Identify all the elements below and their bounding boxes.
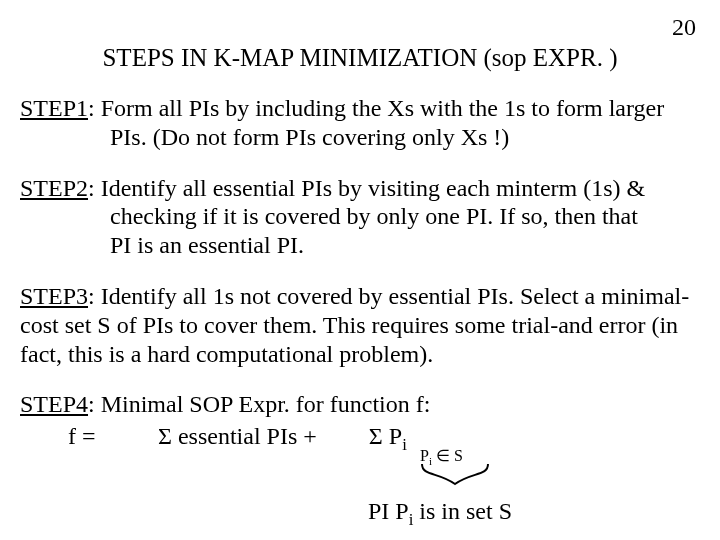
step-1-line1: : Form all PIs by including the Xs with …	[88, 95, 664, 121]
step-4-label: STEP4	[20, 391, 88, 417]
step-3-line2: cost set S of PIs to cover them. This re…	[20, 312, 678, 338]
curly-brace-icon	[420, 462, 490, 488]
step-2-label: STEP2	[20, 175, 88, 201]
step-3-line1: : Identify all 1s not covered by essenti…	[88, 283, 689, 309]
slide-page: 20 STEPS IN K-MAP MINIMIZATION (sop EXPR…	[0, 0, 720, 540]
step-2-line3: PI is an essential PI.	[20, 231, 700, 260]
formula-note: PI Pi is in set S	[20, 498, 700, 525]
page-number: 20	[672, 14, 696, 41]
formula-sigma-pi-text: Σ P	[369, 423, 402, 449]
formula-line: f = Σ essential PIs + Σ Pi	[20, 423, 700, 450]
page-title: STEPS IN K-MAP MINIMIZATION (sop EXPR. )	[60, 44, 660, 72]
step-2: STEP2: Identify all essential PIs by vis…	[20, 174, 700, 260]
step-1-line2: PIs. (Do not form PIs covering only Xs !…	[20, 123, 700, 152]
step-1: STEP1: Form all PIs by including the Xs …	[20, 94, 700, 152]
brace-wrap	[20, 462, 700, 496]
step-3-line3: fact, this is a hard computational probl…	[20, 341, 433, 367]
step-2-line1: : Identify all essential PIs by visiting…	[88, 175, 645, 201]
formula-f-equals: f =	[20, 423, 152, 450]
step-1-label: STEP1	[20, 95, 88, 121]
note-suffix: is in set S	[413, 498, 512, 524]
step-2-line2: checking if it is covered by only one PI…	[20, 202, 700, 231]
step-4-line1: : Minimal SOP Expr. for function f:	[88, 391, 430, 417]
step-4: STEP4: Minimal SOP Expr. for function f:	[20, 390, 700, 419]
formula-sigma-essential: Σ essential PIs +	[158, 423, 317, 449]
note-prefix: PI P	[368, 498, 409, 524]
step-3-label: STEP3	[20, 283, 88, 309]
step-3: STEP3: Identify all 1s not covered by es…	[20, 282, 700, 368]
formula-sigma-pi: Σ Pi	[369, 423, 407, 449]
